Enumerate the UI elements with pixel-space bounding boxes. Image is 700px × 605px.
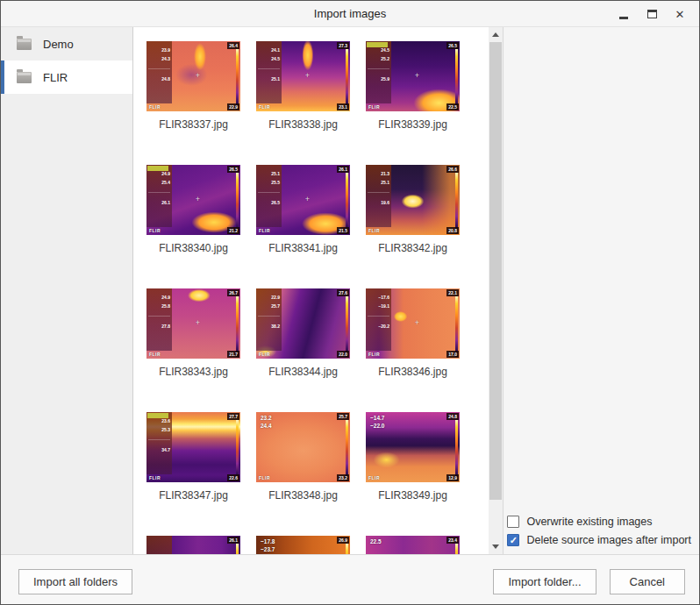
flir-logo: FLIR xyxy=(259,352,270,357)
crosshair-icon: + xyxy=(196,196,200,203)
option-label: Overwrite existing images xyxy=(526,516,652,528)
panel-value: 25.4 xyxy=(161,181,170,185)
panel-divider xyxy=(368,68,389,69)
panel-value: 25.1 xyxy=(271,172,280,176)
panel-value: 24.5 xyxy=(271,57,280,61)
sidebar-item-demo[interactable]: Demo xyxy=(1,27,132,60)
checkbox[interactable]: ✓ xyxy=(507,534,519,546)
color-scale-bar xyxy=(455,296,458,357)
thumbnail-grid: 23.9 24.3 24.8 26.4 22.9 + FLIR FLIR3833… xyxy=(133,27,489,554)
filename-label: FLIR38343.jpg xyxy=(146,366,240,378)
thumbnail-cell: ~17.8~23.7 26.9 FLIR xyxy=(256,536,350,554)
scale-min-value: 21.5 xyxy=(337,227,349,234)
thermal-image[interactable]: 23.9 24.3 24.8 26.4 22.9 + FLIR xyxy=(146,41,240,111)
scroll-up-button[interactable] xyxy=(489,27,503,42)
scale-min-value: 17.0 xyxy=(446,351,459,358)
filename-label: FLIR38342.jpg xyxy=(366,242,460,254)
thermal-image[interactable]: ~17.8~23.7 26.9 FLIR xyxy=(256,536,350,554)
cancel-button[interactable]: Cancel xyxy=(610,569,685,594)
thumbnail-cell: 24.9 25.8 27.8 26.7 21.7 + FLIR FLIR3834… xyxy=(146,288,240,412)
panel-value: ~17.6 xyxy=(378,295,389,300)
thermal-image[interactable]: 21.3 25.1 19.6 26.6 20.8 FLIR xyxy=(366,165,460,235)
crosshair-icon: + xyxy=(415,319,419,327)
measurement-panel: 24.9 25.8 27.8 xyxy=(146,288,172,351)
flir-logo: FLIR xyxy=(368,104,380,110)
spot-values: 22.5 xyxy=(370,538,382,546)
flir-logo: FLIR xyxy=(368,228,380,233)
scale-max-value: 24.8 xyxy=(446,413,459,420)
panel-divider xyxy=(148,192,170,193)
thermal-image[interactable]: 23.6 25.3 34.7 27.7 22.6 FLIR xyxy=(146,412,240,482)
close-button[interactable]: ✕ xyxy=(666,1,694,27)
folder-label: Demo xyxy=(43,38,74,51)
thermal-image[interactable]: 23.224.4 25.7 23.2 FLIR xyxy=(256,412,350,482)
crosshair-icon: + xyxy=(305,72,310,80)
flir-logo: FLIR xyxy=(368,352,380,357)
thumbnail-cell: 22.9 25.7 38.2 27.6 22.0 FLIR FLIR38344.… xyxy=(256,288,350,412)
scale-max-value: 26.7 xyxy=(227,289,239,296)
thermal-image[interactable]: 26.1 FLIR xyxy=(146,536,240,554)
scale-max-value: 26.9 xyxy=(337,537,349,544)
filename-label: FLIR38348.jpg xyxy=(256,489,350,502)
scale-max-value: 23.4 xyxy=(446,537,459,544)
flir-logo: FLIR xyxy=(368,475,380,480)
checkbox[interactable] xyxy=(507,516,519,528)
scrollbar-thumb[interactable] xyxy=(489,42,502,500)
measurement-panel: 24.5 25.2 25.9 xyxy=(366,41,391,103)
color-scale-bar xyxy=(236,49,239,110)
scale-min-value: 22.0 xyxy=(337,351,349,358)
import-folder-button[interactable]: Import folder... xyxy=(493,569,596,594)
thermal-image[interactable]: 22.5 23.4 FLIR xyxy=(366,536,460,554)
thermal-image[interactable]: 24.9 25.4 26.1 26.5 21.2 + FLIR xyxy=(146,165,240,235)
thermal-image[interactable]: 25.1 25.5 26.5 26.1 21.5 + FLIR xyxy=(256,165,350,235)
maximize-icon xyxy=(647,10,657,18)
spot-values: ~17.8~23.7 xyxy=(261,538,275,554)
folder-sidebar: Demo FLIR xyxy=(1,27,132,554)
flir-logo: FLIR xyxy=(259,104,270,110)
panel-value: 24.9 xyxy=(161,295,170,300)
filename-label: FLIR38340.jpg xyxy=(146,242,240,254)
scale-max-value: 26.1 xyxy=(227,537,239,544)
thermal-image[interactable]: 22.9 25.7 38.2 27.6 22.0 FLIR xyxy=(256,288,350,359)
panel-value: 23.9 xyxy=(161,48,170,53)
scroll-up-icon xyxy=(492,32,499,37)
thumbnail-cell: ~17.6 ~19.1 ~20.2 22.1 17.0 + FLIR FLIR3… xyxy=(366,288,460,412)
thermal-image[interactable]: 24.1 24.5 25.1 27.3 23.1 + FLIR xyxy=(256,41,350,111)
panel-value: 19.6 xyxy=(381,201,389,205)
filename-label: FLIR38349.jpg xyxy=(366,489,460,502)
option-row[interactable]: Overwrite existing images xyxy=(507,516,691,528)
color-scale-bar xyxy=(236,420,239,480)
scale-max-value: 27.7 xyxy=(227,413,239,420)
scroll-down-button[interactable] xyxy=(489,539,503,554)
thumbnail-cell: 23.224.4 25.7 23.2 FLIR FLIR38348.jpg xyxy=(256,412,350,536)
thumbnail-panel: 23.9 24.3 24.8 26.4 22.9 + FLIR FLIR3833… xyxy=(132,27,504,554)
panel-value: 21.3 xyxy=(381,172,389,176)
color-scale-bar xyxy=(236,296,239,357)
import-all-folders-button[interactable]: Import all folders xyxy=(18,569,132,594)
thermal-image[interactable]: 24.9 25.8 27.8 26.7 21.7 + FLIR xyxy=(146,288,240,359)
panel-value: 25.2 xyxy=(381,57,389,61)
thermal-image[interactable]: ~14.7~22.0 24.8 12.9 FLIR xyxy=(366,412,460,482)
thumbnail-cell: 22.5 23.4 FLIR xyxy=(366,536,460,554)
thumbnail-cell: 24.5 25.2 25.9 26.5 22.5 + FLIR FLIR3833… xyxy=(366,41,460,165)
panel-value: 25.1 xyxy=(381,181,389,185)
option-label: Delete source images after import xyxy=(526,534,691,546)
vertical-scrollbar[interactable] xyxy=(489,27,503,554)
thermal-image[interactable]: ~17.6 ~19.1 ~20.2 22.1 17.0 + FLIR xyxy=(366,288,460,359)
scale-max-value: 25.7 xyxy=(337,413,349,420)
maximize-button[interactable] xyxy=(638,1,666,27)
action-buttons: Import folder... Cancel xyxy=(493,569,685,594)
title-bar: Import images ✕ xyxy=(1,1,699,27)
panel-value: 24.8 xyxy=(161,77,170,82)
thermal-image[interactable]: 24.5 25.2 25.9 26.5 22.5 + FLIR xyxy=(366,41,460,111)
flir-logo: FLIR xyxy=(259,228,270,233)
close-icon: ✕ xyxy=(675,9,685,20)
option-row[interactable]: ✓ Delete source images after import xyxy=(507,534,691,546)
sidebar-item-flir[interactable]: FLIR xyxy=(1,60,132,94)
scale-min-value: 22.6 xyxy=(227,474,239,481)
color-scale-bar xyxy=(346,296,348,357)
thumbnail-cell: 26.1 FLIR xyxy=(146,536,240,554)
minimize-button[interactable] xyxy=(610,1,638,27)
panel-divider xyxy=(148,439,170,440)
panel-value: 38.2 xyxy=(271,324,280,329)
